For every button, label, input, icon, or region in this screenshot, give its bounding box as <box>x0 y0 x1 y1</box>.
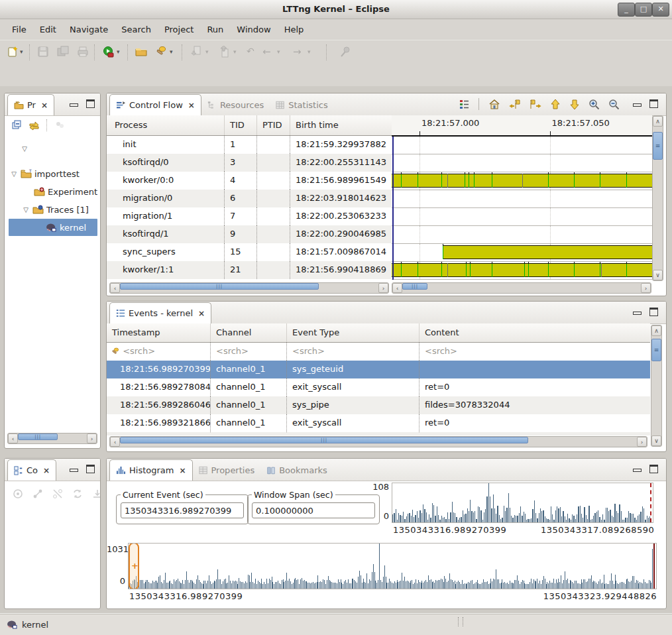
run-dropdown-icon[interactable]: ▾ <box>117 48 120 55</box>
up-arrow-icon[interactable] <box>550 99 561 110</box>
project-explorer-hscrollbar[interactable]: ‹ ||| › <box>7 433 97 444</box>
timeline-row[interactable] <box>392 262 652 280</box>
down-arrow-icon[interactable] <box>569 99 580 110</box>
menu-run[interactable]: Run <box>200 21 230 38</box>
table-row[interactable]: migration/0618:22:03.918014623 <box>107 190 392 207</box>
timeline-row[interactable] <box>392 154 652 172</box>
column-tid[interactable]: TID <box>225 115 257 135</box>
table-row[interactable]: 18:21:56.989321866channel0_1exit_syscall… <box>107 414 650 432</box>
tab-statistics[interactable]: Statistics <box>270 94 333 115</box>
events-filter-row[interactable]: <srch> <srch> <srch> <srch> <box>107 343 650 361</box>
timeline-hscrollbar[interactable]: ‹ ||| › <box>392 282 651 294</box>
close-icon[interactable]: × <box>43 466 50 475</box>
reset-time-scale-home-icon[interactable] <box>488 99 500 110</box>
usermode-state-bar[interactable] <box>443 245 652 259</box>
tab-events-kernel[interactable]: Events - kernel × <box>109 302 211 323</box>
scroll-down-icon[interactable]: ∨ <box>651 435 661 446</box>
column-birth-time[interactable]: Birth time <box>290 115 392 135</box>
maximize-view-icon[interactable] <box>86 465 95 473</box>
previous-event-icon[interactable] <box>509 99 521 110</box>
close-icon[interactable]: × <box>179 466 186 475</box>
scroll-up-icon[interactable]: ∧ <box>653 116 663 127</box>
table-row[interactable]: kworker/1:12118:21:56.990418869 <box>107 261 392 279</box>
maximize-view-icon[interactable] <box>86 99 95 108</box>
scroll-left-icon[interactable]: ‹ <box>8 433 18 443</box>
expander-icon[interactable]: ▽ <box>10 170 18 178</box>
minimize-view-icon[interactable] <box>70 469 78 472</box>
minimize-button[interactable]: _ <box>618 3 635 17</box>
menu-search[interactable]: Search <box>115 21 158 38</box>
close-icon[interactable]: × <box>41 101 48 110</box>
control-flow-vscrollbar[interactable]: ∧ ≡ ∨ <box>652 115 663 281</box>
filter-event-type-input[interactable]: <srch> <box>287 343 420 361</box>
current-event-input[interactable] <box>121 502 244 518</box>
tab-resources[interactable]: Resources <box>201 94 270 115</box>
minimize-view-icon[interactable] <box>633 103 642 107</box>
highlight-torch-icon[interactable] <box>155 46 167 58</box>
filter-timestamp-input[interactable]: <srch> <box>123 346 155 356</box>
maximize-view-icon[interactable] <box>649 308 658 316</box>
expander-icon[interactable]: ▽ <box>22 206 30 213</box>
run-external-tools-icon[interactable] <box>102 46 114 58</box>
scroll-left-icon[interactable]: ‹ <box>110 437 120 447</box>
full-range-histogram[interactable]: + <box>128 543 657 589</box>
timeline-chart[interactable] <box>392 137 652 280</box>
scroll-up-icon[interactable]: ∧ <box>651 325 661 336</box>
timeline-row[interactable] <box>392 137 652 154</box>
events-table-header[interactable]: Timestamp Channel Event Type Content <box>107 323 650 343</box>
timeline-cursor[interactable] <box>392 137 394 280</box>
table-row[interactable]: kworker/0:0418:21:56.989961549 <box>107 172 392 190</box>
column-channel[interactable]: Channel <box>211 323 287 342</box>
scroll-right-icon[interactable]: › <box>641 283 651 293</box>
window-span-input[interactable] <box>252 502 375 518</box>
tab-project-explorer[interactable]: Pr × <box>7 94 54 115</box>
next-event-icon[interactable] <box>530 99 541 110</box>
collapse-all-icon[interactable] <box>11 120 22 131</box>
new-dropdown-icon[interactable]: ▾ <box>20 48 23 55</box>
column-event-type[interactable]: Event Type <box>287 323 420 342</box>
maximize-view-icon[interactable] <box>649 465 658 473</box>
table-row[interactable]: init118:21:59.329937882 <box>107 136 392 154</box>
usermode-state-bar[interactable] <box>392 263 652 277</box>
timeline-row[interactable] <box>392 226 652 244</box>
close-icon[interactable]: × <box>188 101 195 110</box>
control-flow-table-hscrollbar[interactable]: ‹ ||| › <box>109 282 389 294</box>
open-trace-icon[interactable] <box>135 46 147 58</box>
highlight-dropdown-icon[interactable]: ▾ <box>170 48 173 55</box>
menu-edit[interactable]: Edit <box>33 21 63 38</box>
menu-window[interactable]: Window <box>230 21 277 38</box>
view-menu-arrow-icon[interactable]: ▽ <box>21 145 28 152</box>
column-process[interactable]: Process <box>107 115 225 135</box>
scroll-right-icon[interactable]: › <box>378 283 388 293</box>
scroll-right-icon[interactable]: › <box>637 437 647 447</box>
tree-item-experiment[interactable]: Experiment <box>34 183 97 200</box>
timeline-row[interactable] <box>392 172 652 190</box>
menu-file[interactable]: File <box>5 21 33 38</box>
tab-control[interactable]: Co × <box>7 459 56 481</box>
table-row[interactable]: migration/1718:22:00.253063233 <box>107 207 392 225</box>
tab-properties[interactable]: Properties <box>193 459 261 481</box>
menu-project[interactable]: Project <box>158 21 200 38</box>
scroll-right-icon[interactable]: › <box>87 433 97 443</box>
table-row[interactable]: ksoftirqd/1918:22:00.290046985 <box>107 225 392 243</box>
scroll-down-icon[interactable]: ∨ <box>653 270 663 280</box>
zoom-in-icon[interactable] <box>588 99 600 110</box>
tab-histogram[interactable]: Histogram × <box>109 459 193 481</box>
filter-channel-input[interactable]: <srch> <box>211 343 287 361</box>
table-row[interactable]: 18:21:56.989286046channel0_1sys_pipefild… <box>107 396 650 414</box>
control-flow-table-header[interactable]: Process TID PTID Birth time <box>107 115 392 136</box>
menu-navigate[interactable]: Navigate <box>63 21 115 38</box>
close-button[interactable]: ✕ <box>652 3 669 17</box>
tree-item-traces[interactable]: ▽ Traces [1] <box>22 201 89 218</box>
close-icon[interactable]: × <box>198 309 205 318</box>
column-timestamp[interactable]: Timestamp <box>107 323 211 342</box>
maximize-button[interactable]: □ <box>635 3 652 17</box>
table-row[interactable]: 18:21:56.989278084channel0_1exit_syscall… <box>107 378 650 396</box>
minimize-view-icon[interactable] <box>633 469 642 472</box>
timeline-row[interactable] <box>392 244 652 262</box>
show-legend-icon[interactable] <box>459 99 470 110</box>
table-row[interactable]: sync_supers1518:21:57.009867014 <box>107 243 392 261</box>
table-row-selected[interactable]: 18:21:56.989270399channel0_1sys_geteuid <box>107 361 650 378</box>
link-with-editor-icon[interactable] <box>28 121 40 131</box>
scroll-left-icon[interactable]: ‹ <box>392 283 402 293</box>
